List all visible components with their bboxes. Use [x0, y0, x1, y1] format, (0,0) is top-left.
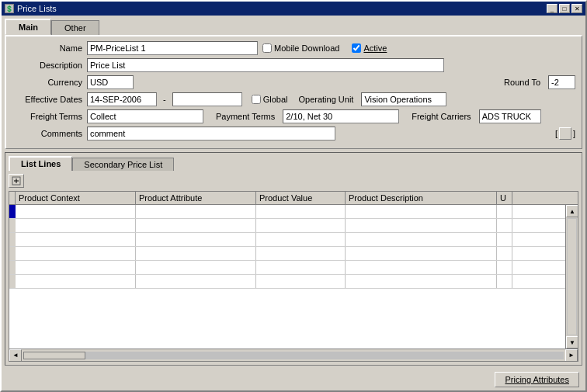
input-value-3[interactable]	[256, 233, 345, 246]
effective-date-to[interactable]	[172, 92, 242, 106]
input-attr-4[interactable]	[136, 247, 255, 260]
cell-desc-4[interactable]	[346, 247, 497, 260]
name-input[interactable]	[87, 41, 258, 55]
input-u-5[interactable]	[497, 261, 512, 274]
input-attr-1[interactable]	[136, 205, 255, 218]
cell-value-2[interactable]	[256, 219, 346, 232]
horizontal-scrollbar[interactable]: ◄ ►	[9, 349, 578, 361]
input-context-3[interactable]	[16, 233, 135, 246]
cell-value-6[interactable]	[256, 275, 346, 288]
cell-context-5[interactable]	[16, 261, 136, 274]
cell-context-4[interactable]	[16, 247, 136, 260]
input-desc-2[interactable]	[346, 219, 496, 232]
cell-attr-1[interactable]	[136, 205, 256, 218]
add-row-button[interactable]	[9, 174, 24, 188]
cell-desc-1[interactable]	[346, 205, 497, 218]
input-desc-3[interactable]	[346, 233, 496, 246]
input-desc-1[interactable]	[346, 205, 496, 218]
cell-u-4[interactable]	[497, 247, 512, 260]
global-checkbox[interactable]	[252, 95, 261, 104]
cell-attr-2[interactable]	[136, 219, 256, 232]
cell-attr-5[interactable]	[136, 261, 256, 274]
tab-list-lines[interactable]: List Lines	[9, 156, 72, 171]
input-attr-6[interactable]	[136, 275, 255, 288]
input-desc-6[interactable]	[346, 275, 496, 288]
input-context-6[interactable]	[16, 275, 135, 288]
input-u-6[interactable]	[497, 275, 512, 288]
close-button[interactable]: ✕	[571, 4, 582, 13]
scroll-right-button[interactable]: ►	[565, 349, 578, 362]
input-attr-2[interactable]	[136, 219, 255, 232]
maximize-button[interactable]: □	[559, 4, 570, 13]
cell-value-3[interactable]	[256, 233, 346, 246]
input-context-1[interactable]	[16, 205, 135, 218]
cell-desc-6[interactable]	[346, 275, 497, 288]
input-value-4[interactable]	[256, 247, 345, 260]
scroll-h-thumb[interactable]	[23, 352, 85, 359]
tab-other[interactable]: Other	[51, 20, 99, 35]
freight-carriers-input[interactable]	[479, 109, 541, 123]
cell-desc-3[interactable]	[346, 233, 497, 246]
input-value-2[interactable]	[256, 219, 345, 232]
input-context-2[interactable]	[16, 219, 135, 232]
cell-u-2[interactable]	[497, 219, 512, 232]
input-context-4[interactable]	[16, 247, 135, 260]
cell-desc-5[interactable]	[346, 261, 497, 274]
mobile-download-checkbox[interactable]	[262, 43, 272, 53]
cell-value-5[interactable]	[256, 261, 346, 274]
cell-u-5[interactable]	[497, 261, 512, 274]
cell-context-1[interactable]	[16, 205, 136, 218]
scroll-thumb[interactable]	[567, 218, 577, 335]
input-context-5[interactable]	[16, 261, 135, 274]
row-indicator-active	[9, 205, 16, 218]
input-value-6[interactable]	[256, 275, 345, 288]
freight-terms-label: Freight Terms	[12, 112, 82, 121]
pricing-attributes-button[interactable]: Pricing Attributes	[495, 372, 579, 387]
cell-context-2[interactable]	[16, 219, 136, 232]
description-input[interactable]	[87, 58, 444, 72]
cell-context-3[interactable]	[16, 233, 136, 246]
cell-attr-4[interactable]	[136, 247, 256, 260]
name-row: Name Mobile Download Active	[12, 41, 575, 55]
input-attr-3[interactable]	[136, 233, 255, 246]
scroll-down-button[interactable]: ▼	[566, 336, 578, 349]
cell-desc-2[interactable]	[346, 219, 497, 232]
input-desc-5[interactable]	[346, 261, 496, 274]
section-tabs: List Lines Secondary Price List	[5, 153, 582, 171]
input-value-5[interactable]	[256, 261, 345, 274]
payment-terms-input[interactable]	[283, 109, 399, 123]
currency-input[interactable]	[87, 75, 134, 89]
scroll-up-button[interactable]: ▲	[566, 205, 578, 217]
cell-attr-3[interactable]	[136, 233, 256, 246]
cell-u-3[interactable]	[497, 233, 512, 246]
comments-label: Comments	[12, 129, 82, 138]
input-desc-4[interactable]	[346, 247, 496, 260]
cell-attr-6[interactable]	[136, 275, 256, 288]
active-checkbox[interactable]	[352, 43, 361, 53]
cell-value-4[interactable]	[256, 247, 346, 260]
section-content: Product Context Product Attribute Produc…	[5, 171, 582, 365]
effective-date-from[interactable]	[87, 92, 157, 106]
cell-u-1[interactable]	[497, 205, 512, 218]
freight-terms-input[interactable]	[87, 109, 203, 123]
input-u-3[interactable]	[497, 233, 512, 246]
minimize-button[interactable]: _	[547, 4, 557, 13]
cell-value-1[interactable]	[256, 205, 346, 218]
scroll-h-track[interactable]	[23, 352, 564, 359]
round-to-input[interactable]	[548, 75, 575, 89]
cell-context-6[interactable]	[16, 275, 136, 288]
tab-secondary-price-list[interactable]: Secondary Price List	[72, 158, 174, 171]
tab-main[interactable]: Main	[5, 19, 51, 35]
row-indicator-empty	[9, 247, 16, 260]
cell-u-6[interactable]	[497, 275, 512, 288]
operating-unit-input[interactable]	[361, 92, 446, 106]
scroll-left-button[interactable]: ◄	[9, 349, 22, 362]
input-u-2[interactable]	[497, 219, 512, 232]
input-value-1[interactable]	[256, 205, 345, 218]
bracket-action-button[interactable]	[559, 127, 571, 140]
comments-input[interactable]	[87, 127, 335, 140]
input-attr-5[interactable]	[136, 261, 255, 274]
vertical-scrollbar[interactable]: ▲ ▼	[565, 205, 578, 349]
input-u-4[interactable]	[497, 247, 512, 260]
input-u-1[interactable]	[497, 205, 512, 218]
